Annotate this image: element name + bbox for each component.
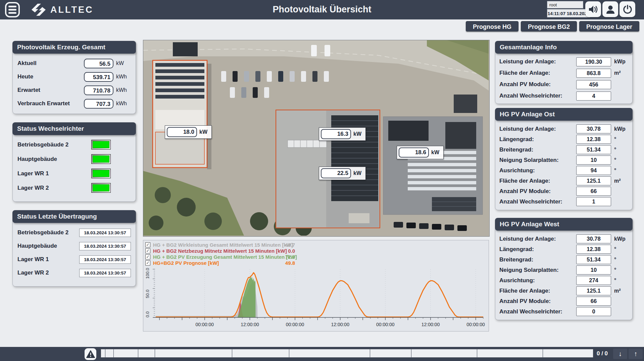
legend-checkbox[interactable]: ✓	[145, 254, 150, 259]
status-row: Betriebsgebäude 2	[13, 137, 136, 152]
alarm-strip-divider	[289, 349, 289, 357]
row-unit: m²	[614, 178, 628, 184]
row-label: Längengrad:	[499, 136, 534, 143]
panel-body-anlage-ost: Leistung der Anlage:30.78kWpLängengrad:1…	[495, 119, 633, 210]
panel-body-gesamtanlage: Leistung der Anlage:190.30kWpFläche der …	[495, 52, 633, 104]
sound-button[interactable]	[585, 1, 601, 17]
row-unit: kWp	[614, 59, 628, 65]
row-label: Verbrauch Erwartet	[17, 100, 70, 107]
row-label: Anzahl Wechselrichter:	[499, 198, 562, 205]
row-unit: kWh	[116, 101, 131, 107]
hamburger-icon	[5, 2, 20, 17]
row-unit: kWh	[116, 87, 131, 93]
arrow-up-icon: ↑	[634, 350, 637, 357]
legend-label: HG + BG2 Netzbezug Mitnetz Mittelwert 15…	[153, 248, 287, 254]
legend-current-value: 0.0	[269, 248, 295, 254]
alarm-strip-divider	[543, 349, 543, 357]
row-unit: m²	[614, 288, 628, 294]
value-row: Heute539.71kWh	[13, 70, 136, 83]
power-unit: kW	[353, 170, 361, 176]
map-power-overlay: 18.6kW	[397, 146, 444, 159]
value-field: 30.78	[576, 234, 611, 243]
row-label: Lager WR 2	[17, 185, 49, 191]
row-label: Ausrichtung:	[499, 167, 535, 174]
user-button[interactable]	[602, 1, 618, 17]
value-field: 190.30	[576, 57, 611, 66]
row-label: Leistung der Anlage:	[499, 58, 556, 65]
led-indicator	[91, 169, 111, 178]
svg-text:12:00:00: 12:00:00	[241, 322, 259, 327]
legend-current-value: 48.7	[269, 242, 295, 248]
row-label: Fläche der Anlage:	[499, 178, 550, 184]
alarm-counter: 0 / 0	[597, 350, 608, 357]
value-field: 10	[576, 156, 611, 165]
alarm-strip-divider	[477, 349, 477, 357]
value-field: 51.34	[576, 145, 611, 154]
value-field: 4	[576, 92, 611, 101]
row-unit: kW	[116, 60, 131, 66]
alarm-down-button[interactable]: ↓	[613, 349, 627, 359]
legend-row: ✓HG + BG2 Netzbezug Mitnetz Mittelwert 1…	[145, 248, 481, 254]
menu-button[interactable]	[5, 2, 20, 17]
prognose-button-1[interactable]: Prognose BG2	[521, 21, 577, 32]
svg-text:12:00:00: 12:00:00	[331, 322, 349, 327]
power-button[interactable]	[620, 1, 635, 17]
value-field: 125.1	[576, 176, 611, 185]
speaker-icon	[588, 5, 598, 14]
status-row: Hauptgebäude	[13, 152, 136, 166]
datetime-field: 14:11:07 18.03.2024	[547, 9, 590, 17]
alarm-up-button[interactable]: ↑	[629, 349, 643, 359]
info-row: Neigung Solarplatten:10°	[495, 265, 632, 275]
value-row: Verbrauch Erwartet707.3kWh	[13, 97, 136, 110]
value-field: 125.1	[576, 286, 611, 295]
timestamp-row: Lager WR 218.03.2024 13:30:57	[13, 266, 136, 280]
info-row: Anzahl PV Module:66	[495, 186, 632, 196]
row-label: Aktuell	[17, 60, 37, 67]
row-label: Lager WR 1	[17, 256, 49, 263]
value-field: 1	[576, 197, 611, 206]
legend-row: ✓HG + BG2 Wirkleistung Gesamt Mittelwert…	[145, 242, 481, 248]
user-icon	[606, 5, 615, 14]
value-field: 66	[576, 187, 611, 196]
row-unit: °	[614, 147, 628, 153]
info-row: Anzahl Wechselrichter:0	[495, 306, 632, 317]
row-label: Anzahl Wechselrichter:	[499, 93, 562, 99]
row-label: Fläche der Anlage:	[499, 288, 550, 294]
panel-body-anlage-west: Leistung der Anlage:30.78kWpLängengrad:1…	[495, 229, 633, 320]
alarm-button[interactable]	[85, 348, 96, 360]
chart-plot: 0.050.0100.000:00:0012:00:0000:00:0012:0…	[144, 264, 488, 330]
info-row: Breitengrad:51.34°	[495, 144, 632, 155]
map-power-overlay: 18.0kW	[165, 125, 212, 139]
row-unit: °	[614, 257, 628, 263]
prognose-button-2[interactable]: Prognose Lager	[579, 21, 639, 32]
row-label: Neigung Solarplatten:	[499, 267, 559, 274]
row-label: Leistung der Anlage:	[499, 126, 556, 132]
timestamp-row: Betriebsgebäude 218.03.2024 13:30:57	[13, 226, 136, 239]
row-unit: kWp	[614, 236, 628, 242]
alarm-strip-divider	[411, 349, 411, 357]
row-label: Längengrad:	[499, 246, 534, 253]
alarm-strip-divider	[105, 349, 105, 357]
value-field: 707.3	[84, 99, 113, 109]
led-core	[93, 156, 109, 163]
row-label: Betriebsgebäude 2	[17, 141, 68, 148]
map-power-overlay: 16.3kW	[319, 127, 366, 141]
prognose-button-0[interactable]: Prognose HG	[466, 21, 518, 32]
value-field: 51.34	[576, 255, 611, 264]
legend-checkbox[interactable]: ✓	[145, 242, 150, 247]
row-unit: °	[614, 267, 628, 273]
svg-text:100.0: 100.0	[145, 268, 150, 279]
power-value-field: 18.6	[399, 147, 429, 158]
power-unit: kW	[353, 131, 361, 137]
legend-checkbox[interactable]: ✓	[145, 248, 150, 253]
row-label: Lager WR 2	[17, 269, 49, 276]
led-core	[93, 141, 109, 148]
panel-title-anlage-west: HG PV Anlage West	[495, 218, 633, 231]
timestamp-field: 18.03.2024 13:30:57	[79, 255, 131, 264]
panel-gesamtanlage: Gesamtanlage Info Leistung der Anlage:19…	[495, 41, 633, 104]
info-row: Anzahl PV Module:456	[495, 79, 632, 90]
row-label: Breitengrad:	[499, 146, 533, 153]
timestamp-field: 18.03.2024 13:30:57	[79, 242, 131, 250]
info-row: Längengrad:12.38°	[495, 134, 632, 144]
svg-text:00:00:00: 00:00:00	[286, 322, 304, 327]
